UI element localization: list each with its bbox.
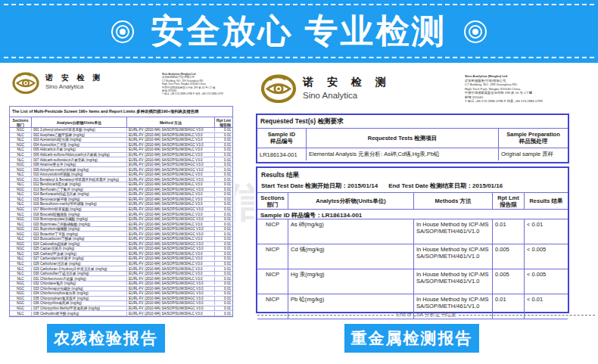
- cell: NICP: [257, 244, 288, 269]
- cell: 0.01: [214, 217, 232, 221]
- cell: NLC: [10, 312, 31, 316]
- cell: < 0.01: [524, 219, 568, 244]
- address-line: T 电话 +86 574 2886 0788 F 传真 +86 574 2886…: [162, 92, 232, 95]
- cell: 0.01: [214, 178, 232, 182]
- cell: 0.01: [214, 128, 232, 132]
- col-header-sections: Sections 部门: [10, 118, 31, 127]
- cell: EURL-FV (2010-M4) SA/SOP/SUM/304GC V3.0: [126, 217, 214, 221]
- cell: 0.01: [214, 312, 232, 316]
- cell: 0.01: [214, 213, 232, 216]
- cell: 035 Chlorpropham氯苯胺灵 (mg/kg): [31, 297, 126, 300]
- cell: NGC: [10, 163, 31, 166]
- cell: 0.01: [492, 219, 524, 244]
- cell: 0.01: [214, 262, 232, 266]
- cell: 014 Benfuracarb丙硫克百威 (mg/kg): [31, 192, 126, 196]
- cell: Cd 镉(mg/kg): [288, 244, 413, 269]
- col-header-analytes: Analytes分析物/Units单位: [31, 117, 126, 127]
- cell: EURL-FV (2010-M4) SA/SOP/SUM/304GC V3.0: [126, 178, 214, 182]
- col-header-sample-preparation: Sample Preparation 样品预处理: [498, 129, 568, 148]
- sample-id-value: LR186134-001: [257, 148, 306, 160]
- cell: 0.01: [214, 168, 232, 172]
- cell: As 砷(mg/kg): [288, 219, 413, 244]
- cell: NGC: [10, 232, 31, 236]
- cell: EURL-FV (2010-M4) SA/SOP/SUM/304LC V3.0: [126, 182, 214, 186]
- cell: NLC: [10, 262, 31, 266]
- cell: 0.01: [214, 222, 232, 226]
- cell: 0.01: [214, 291, 232, 295]
- results-rows: NICPAs 砷(mg/kg)In House Method by ICP-MS…: [257, 219, 568, 319]
- cell: EURL-FV (2010-M4) SA/SOP/SUM/304GC V3.0: [126, 168, 214, 172]
- target-icon: [111, 20, 134, 43]
- banner-title: 安全放心 专业检测: [151, 9, 447, 54]
- cell: NLC: [10, 237, 31, 241]
- cell: EURL-FV (2010-M4) SA/SOP/SUM/304LC V3.0: [126, 192, 214, 196]
- cell: 0.01: [214, 158, 232, 162]
- company-name-en: Sino Analytica: [45, 83, 103, 90]
- company-address-block: Sino Analytica (Ningbo) Ltd诺安检测服务(宁波)有限公…: [465, 74, 571, 104]
- col-header-method: Method 方法: [126, 117, 214, 127]
- pesticide-report-button[interactable]: 农残检验报告: [47, 324, 165, 353]
- cell: 017 Bifenthrin联苯菊酯 (mg/kg): [31, 207, 126, 211]
- cell: 020 Bupirimate乙嘧酚磺酸酯 (mg/kg): [31, 222, 126, 226]
- cell: 0.01: [214, 227, 232, 231]
- cell: 003 Acetamiprid啶虫脒 (mg/kg): [31, 138, 126, 142]
- cell: NGC: [10, 143, 31, 147]
- cell: NLC: [10, 153, 31, 157]
- top-banner: 安全放心 专业检测: [0, 0, 598, 63]
- cell: NLC: [10, 267, 31, 271]
- cell: In House Method by ICP-MS SA/SOP/METH/46…: [413, 219, 492, 244]
- cell: 0.01: [214, 192, 232, 196]
- cell: EURL-FV (2010-M4) SA/SOP/SUM/304LC V3.0: [126, 267, 214, 271]
- cell: 029 Carbofuran-3-hydroxy3-羟基克百威 (mg/kg): [31, 267, 126, 271]
- cell: EURL-FV (2010-M4) SA/SOP/SUM/304LC V3.0: [126, 252, 214, 256]
- results-sample-id-row: Sample ID 样品编号：LR186134-001: [257, 210, 568, 219]
- col-header-requested-tests: Requested Tests 检测项目: [306, 129, 498, 148]
- cell: NLC: [10, 277, 31, 281]
- col-header-sections: Sections 部门: [257, 193, 288, 210]
- sino-analytica-logo-icon: [12, 70, 39, 94]
- cell: 005 Aldicarb涕灭威 (mg/kg): [31, 148, 126, 151]
- heavy-metal-report-button[interactable]: 重金属检测报告: [344, 324, 479, 353]
- company-name-cn: 诺 安 检 测: [45, 73, 103, 83]
- cell: NLC: [10, 158, 31, 162]
- target-icon: [464, 20, 487, 43]
- cell: 038 Clethodim烯草酮 (mg/kg): [31, 312, 126, 316]
- cell: NLC: [10, 148, 31, 151]
- cell: EURL-FV (2010-M4) SA/SOP/SUM/304LC V3.0: [126, 198, 214, 201]
- cell: EURL-FV (2010-M4) SA/SOP/SUM/304GC V3.0: [126, 291, 214, 295]
- cell: EURL-FV (2010-M4) SA/SOP/SUM/304GC V3.0: [126, 232, 214, 236]
- cell: 033 Chlorfenapyr虫螨腈 (mg/kg): [31, 287, 126, 291]
- cell: NGC: [10, 168, 31, 172]
- cell: EURL-FV (2010-M4) SA/SOP/SUM/304LC V3.0: [126, 148, 214, 151]
- cell: 022 Butachlor丁草胺 (mg/kg): [31, 232, 126, 236]
- cell: NLC: [10, 222, 31, 226]
- cell: 021 Buprofezin噻嗪酮 (mg/kg): [31, 227, 126, 231]
- cell: EURL-FV (2010-M4) SA/SOP/SUM/304GC V3.0: [126, 306, 214, 310]
- col-header-analytes: Analytes分析物(Units单位): [288, 193, 413, 210]
- cell: EURL-FV (2010-M4) SA/SOP/SUM/304LC V3.0: [126, 277, 214, 281]
- cell: EURL-FV (2010-M4) SA/SOP/SUM/304LC V3.0: [126, 202, 214, 206]
- cell: 0.01: [214, 267, 232, 271]
- cell: 030 Carbosulfan丁硫克百威 (mg/kg): [31, 272, 126, 275]
- cell: NGC: [10, 188, 31, 191]
- cell: NGC: [10, 128, 31, 132]
- banner-content: 安全放心 专业检测: [0, 0, 598, 63]
- cell: 0.005: [492, 269, 524, 294]
- cell: EURL-FV (2010-M4) SA/SOP/SUM/304GC V3.0: [126, 143, 214, 147]
- company-name-en: Sino Analytica: [303, 91, 391, 100]
- cell: EURL-FV (2010-M4) SA/SOP/SUM/304GC V3.0: [126, 128, 214, 132]
- cell: 0.01: [214, 297, 232, 300]
- cell: 0.01: [214, 163, 232, 166]
- cell: EURL-FV (2010-M4) SA/SOP/SUM/304GC V3.0: [126, 247, 214, 250]
- company-name: 诺 安 检 测 Sino Analytica: [303, 76, 391, 100]
- end-test-date: End Test Date 检测结束日期：2015/01/16: [388, 182, 503, 190]
- end-of-coa-line: End of CoA 分析证书结束: [257, 311, 595, 319]
- cell: 018 Boscalid啶酰菌胺 (mg/kg): [31, 213, 126, 216]
- cell: EURL-FV (2010-M4) SA/SOP/SUM/304GC V3.0: [126, 163, 214, 166]
- cell: 0.01: [214, 182, 232, 186]
- cell: NGC: [10, 282, 31, 285]
- cell: NLC: [10, 192, 31, 196]
- cell: 0.01: [214, 188, 232, 191]
- dash-segment: [459, 315, 595, 316]
- cell: NGC: [10, 291, 31, 295]
